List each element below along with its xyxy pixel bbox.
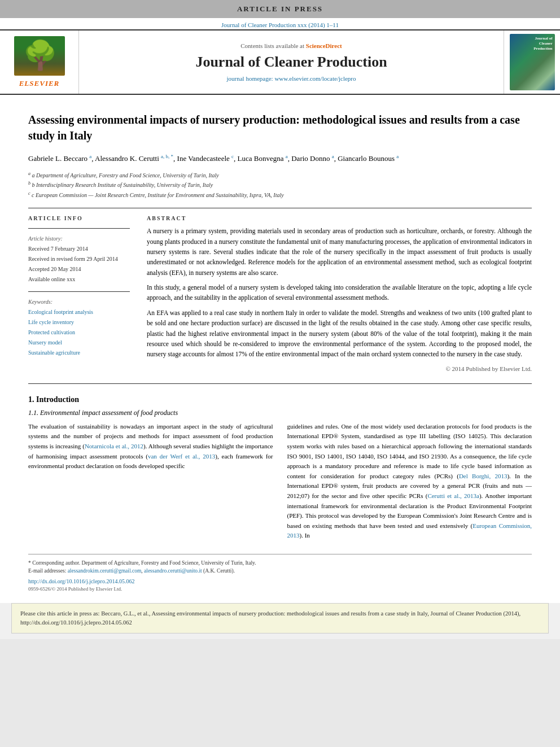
- keyword-2: Life cycle inventory: [28, 317, 130, 327]
- keywords-section: Keywords: Ecological footprint analysis …: [28, 299, 130, 358]
- divider-info: [28, 228, 130, 229]
- keyword-3: Protected cultivation: [28, 327, 130, 338]
- citation-box: Please cite this article in press as: Be…: [11, 603, 549, 634]
- affiliations: a a Department of Agriculture, Forestry …: [28, 171, 532, 200]
- abstract-heading: ABSTRACT: [147, 215, 532, 221]
- journal-title: Journal of Cleaner Production: [195, 54, 387, 71]
- authors-line: Gabriele L. Beccaro a, Alessandro K. Cer…: [28, 152, 532, 165]
- footnotes: * Corresponding author. Department of Ag…: [28, 554, 532, 592]
- elsevier-tree-icon: [14, 36, 65, 76]
- abstract-text: A nursery is a primary system, providing…: [147, 226, 532, 360]
- keyword-5: Sustainable agriculture: [28, 348, 130, 358]
- ref-cerutti[interactable]: Cerutti et al., 2013a: [427, 492, 479, 499]
- introduction-section: 1. Introduction 1.1. Environmental impac…: [28, 395, 532, 545]
- journal-title-section: Contents lists available at ScienceDirec…: [79, 30, 504, 94]
- article-title: Assessing environmental impacts of nurse…: [28, 112, 532, 143]
- article-content: Assessing environmental impacts of nurse…: [0, 95, 560, 603]
- footnote-corresponding: * Corresponding author. Department of Ag…: [28, 559, 532, 567]
- elsevier-label: ELSEVIER: [19, 79, 60, 88]
- ref-delborghi[interactable]: Del Borghi, 2013: [459, 473, 508, 479]
- article-history-label: Article history:: [28, 235, 130, 242]
- ref-notarnicola[interactable]: Notarnicola et al., 2012: [85, 443, 143, 449]
- intro-left-col: The evaluation of sustainability is nowa…: [28, 422, 273, 545]
- keyword-4: Nursery model: [28, 338, 130, 348]
- footnote-email: E-mail addresses: alessandrokim.cerutti@…: [28, 567, 532, 575]
- intro-text-columns: The evaluation of sustainability is nowa…: [28, 422, 532, 545]
- info-abstract-section: Article Info Article history: Received 7…: [28, 215, 532, 372]
- journal-info-line: Journal of Cleaner Production xxx (2014)…: [0, 18, 560, 29]
- doi-link[interactable]: http://dx.doi.org/10.1016/j.jclepro.2014…: [28, 578, 532, 584]
- divider: [28, 208, 532, 208]
- aip-banner-text: ARTICLE IN PRESS: [237, 5, 323, 13]
- journal-cover-image: Journal of Cleaner Production: [510, 34, 555, 90]
- aip-banner: ARTICLE IN PRESS: [0, 0, 560, 18]
- section-title: 1. Introduction: [28, 395, 532, 404]
- journal-cover-section: Journal of Cleaner Production: [504, 30, 560, 94]
- section-divider: [28, 383, 532, 384]
- copyright-line: © 2014 Published by Elsevier Ltd.: [147, 365, 532, 372]
- journal-header: ELSEVIER Contents lists available at Sci…: [0, 29, 560, 95]
- elsevier-logo-section: ELSEVIER: [0, 30, 79, 94]
- email-link-1[interactable]: alessandrokim.cerutti@gmail.com: [68, 568, 142, 574]
- journal-homepage: journal homepage: www.elsevier.com/locat…: [227, 75, 356, 82]
- ref-vanderwerf[interactable]: van der Werf et al., 2013: [148, 453, 215, 460]
- article-info-col: Article Info Article history: Received 7…: [28, 215, 130, 372]
- sciencedirect-line: Contents lists available at ScienceDirec…: [240, 42, 342, 49]
- ref-europeancommission[interactable]: European Commission, 2013: [287, 522, 532, 539]
- divider-keywords: [28, 291, 130, 292]
- keyword-1: Ecological footprint analysis: [28, 307, 130, 317]
- email-link-2[interactable]: alessandro.cerutti@unito.it: [144, 568, 202, 574]
- article-info-heading: Article Info: [28, 215, 130, 221]
- issn-line: 0959-6526/© 2014 Published by Elsevier L…: [28, 586, 532, 592]
- abstract-col: ABSTRACT A nursery is a primary system, …: [147, 215, 532, 372]
- article-dates: Received 7 February 2014 Received in rev…: [28, 244, 130, 285]
- subsection-title: 1.1. Environmental impact assessment of …: [28, 409, 532, 417]
- keywords-label: Keywords:: [28, 299, 130, 305]
- intro-right-col: guidelines and rules. One of the most wi…: [287, 422, 532, 545]
- sciencedirect-link[interactable]: ScienceDirect: [306, 42, 342, 49]
